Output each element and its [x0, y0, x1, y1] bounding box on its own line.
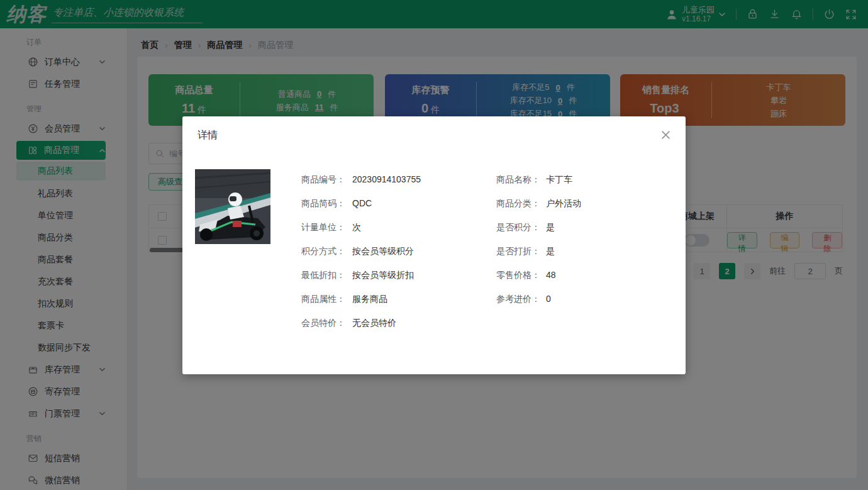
field-row: 商品分类：户外活动 [496, 191, 581, 215]
field-row: 会员特价：无会员特价 [301, 311, 421, 335]
product-image [195, 169, 270, 244]
field-row: 商品属性：服务商品 [301, 287, 421, 311]
detail-fields-left: 商品编号：20230914103755 商品简码：QDC 计量单位：次 积分方式… [301, 167, 421, 335]
detail-fields-right: 商品名称：卡丁车 商品分类：户外活动 是否积分：是 是否打折：是 零售价格：48… [496, 167, 581, 311]
field-row: 商品编号：20230914103755 [301, 167, 421, 191]
field-row: 最低折扣：按会员等级折扣 [301, 263, 421, 287]
close-icon[interactable] [661, 130, 670, 140]
field-row: 零售价格：48 [496, 263, 581, 287]
field-row: 计量单位：次 [301, 215, 421, 239]
product-detail-modal: 详情 商品编号：20230914103755 商品简码：QDC 计量 [182, 116, 686, 374]
field-row: 参考进价：0 [496, 287, 581, 311]
field-row: 是否积分：是 [496, 215, 581, 239]
field-row: 是否打折：是 [496, 239, 581, 263]
field-row: 商品简码：QDC [301, 191, 421, 215]
field-row: 商品名称：卡丁车 [496, 167, 581, 191]
modal-title: 详情 [198, 129, 218, 142]
field-row: 积分方式：按会员等级积分 [301, 239, 421, 263]
app-window: 纳客 专注单店、小连锁的收银系统 儿童乐园 v1.16.17 订单 [0, 0, 868, 490]
